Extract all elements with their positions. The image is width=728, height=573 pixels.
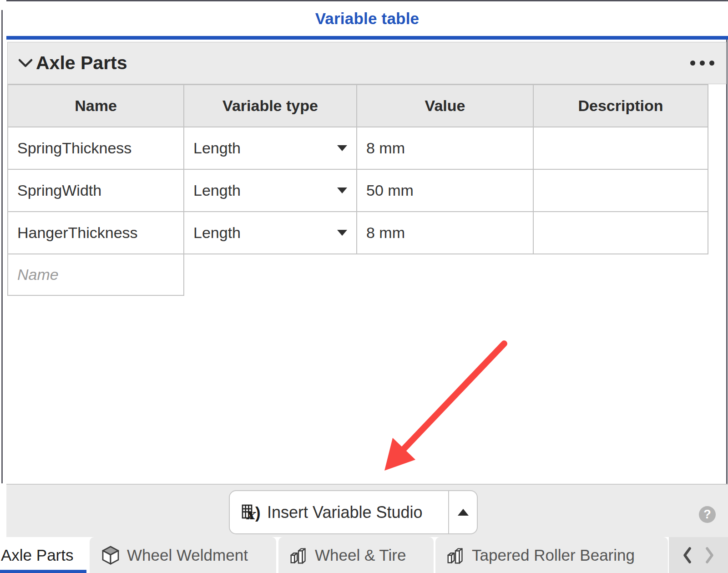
column-header-value: Value: [357, 85, 534, 127]
chevron-down-icon: [337, 188, 347, 193]
tab-scroll-right-button[interactable]: [703, 545, 716, 565]
empty-space: [357, 254, 534, 296]
active-tab-indicator: [0, 570, 86, 573]
tab-overflow-area: [669, 537, 728, 573]
chevron-down-icon: [337, 145, 347, 151]
column-header-name: Name: [8, 85, 184, 127]
svg-text:): ): [255, 504, 261, 522]
empty-space: [534, 254, 708, 296]
new-variable-name-input[interactable]: [17, 266, 174, 284]
section-title: Axle Parts: [36, 52, 127, 74]
variable-name-cell[interactable]: SpringWidth: [8, 170, 184, 212]
variable-value-cell[interactable]: 8 mm: [357, 212, 534, 254]
variable-description-cell[interactable]: [534, 127, 708, 170]
variable-type-value: Length: [193, 182, 241, 199]
table-row: SpringWidth Length 50 mm: [8, 170, 708, 212]
chevron-left-icon: [681, 545, 694, 565]
variable-description-cell[interactable]: [534, 170, 708, 212]
chevron-right-icon: [703, 545, 716, 565]
ellipsis-icon: [700, 61, 705, 66]
variable-type-dropdown[interactable]: Length: [184, 127, 357, 170]
variable-type-dropdown[interactable]: Length: [184, 212, 357, 254]
bottom-toolbar: x ) Insert Variable Studio ?: [6, 484, 728, 537]
insert-options-dropdown-button[interactable]: [448, 491, 477, 533]
variable-type-dropdown[interactable]: Length: [184, 170, 357, 212]
tab-label: Wheel & Tire: [315, 546, 406, 564]
new-variable-name-cell[interactable]: [8, 254, 184, 296]
variable-studio-icon: x ): [241, 502, 263, 523]
svg-text:x: x: [246, 506, 256, 522]
column-header-description: Description: [534, 85, 708, 127]
document-tab-strip: Axle Parts Wheel Weldment: [0, 537, 728, 573]
variable-value-cell[interactable]: 50 mm: [357, 170, 534, 212]
variable-table-panel: Variable table Axle Parts Name Variable …: [0, 0, 728, 573]
active-panel-tab-indicator: [6, 36, 728, 40]
new-variable-row: [8, 254, 708, 296]
column-header-variable-type: Variable type: [184, 85, 357, 127]
variable-table: Name Variable type Value Description Spr…: [7, 84, 708, 296]
variable-description-cell[interactable]: [534, 212, 708, 254]
tab-wheel-and-tire[interactable]: Wheel & Tire: [278, 537, 434, 573]
chevron-up-icon: [458, 509, 469, 516]
insert-variable-studio-split-button: x ) Insert Variable Studio: [229, 490, 478, 534]
chevron-down-icon: [337, 230, 347, 236]
section-collapse-toggle[interactable]: [18, 58, 33, 69]
insert-variable-studio-label: Insert Variable Studio: [267, 503, 423, 522]
variable-type-value: Length: [193, 139, 241, 157]
panel-border-left: [1, 10, 3, 483]
variable-name-cell[interactable]: HangerThickness: [8, 212, 184, 254]
part-studio-icon: [445, 545, 466, 566]
variable-name-cell[interactable]: SpringThickness: [8, 127, 184, 170]
table-row: HangerThickness Length 8 mm: [8, 212, 708, 254]
tab-label: Axle Parts: [1, 546, 74, 564]
tab-wheel-weldment[interactable]: Wheel Weldment: [90, 537, 276, 573]
tab-scroll-left-button[interactable]: [681, 545, 694, 565]
assembly-icon: [100, 544, 121, 566]
chevron-down-icon: [18, 58, 33, 69]
help-button[interactable]: ?: [699, 506, 716, 523]
question-mark-icon: ?: [703, 508, 711, 521]
empty-space: [184, 254, 357, 296]
table-header-row: Name Variable type Value Description: [8, 85, 708, 127]
part-studio-icon: [288, 545, 309, 566]
variable-value-cell[interactable]: 8 mm: [357, 127, 534, 170]
insert-variable-studio-button[interactable]: x ) Insert Variable Studio: [230, 491, 448, 533]
table-row: SpringThickness Length 8 mm: [8, 127, 708, 170]
variable-type-value: Length: [193, 224, 241, 242]
ellipsis-icon: [690, 61, 695, 66]
tab-axle-parts[interactable]: Axle Parts: [0, 537, 88, 573]
section-menu-button[interactable]: [688, 56, 716, 70]
tab-tapered-roller-bearing[interactable]: Tapered Roller Bearing: [435, 537, 668, 573]
ellipsis-icon: [709, 61, 714, 66]
panel-titlebar: Variable table: [6, 1, 728, 36]
tab-label: Tapered Roller Bearing: [472, 546, 635, 564]
tab-label: Wheel Weldment: [127, 546, 248, 564]
section-header-axle-parts: Axle Parts: [7, 42, 727, 84]
panel-tab-variable-table[interactable]: Variable table: [315, 10, 419, 28]
